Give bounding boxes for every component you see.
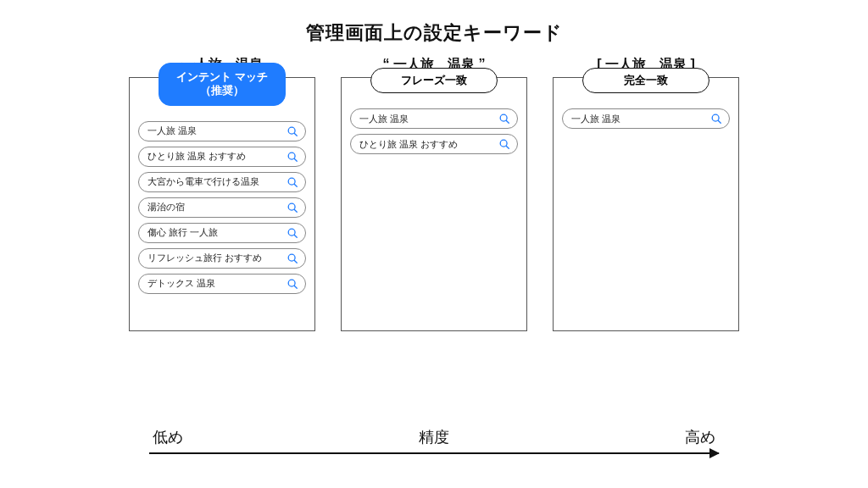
- search-item: ひとり旅 温泉 おすすめ: [350, 134, 518, 154]
- search-icon: [287, 227, 298, 239]
- search-text: 傷心 旅行 一人旅: [147, 226, 218, 239]
- search-icon: [287, 202, 298, 214]
- search-item: ひとり旅 温泉 おすすめ: [138, 147, 306, 167]
- precision-axis: 低め 高め 精度: [149, 427, 719, 454]
- search-item: 湯治の宿: [138, 197, 306, 218]
- search-item: 一人旅 温泉: [138, 121, 306, 141]
- svg-line-11: [294, 260, 297, 263]
- search-icon: [498, 113, 510, 125]
- search-icon: [498, 138, 510, 150]
- match-type-label: 完全一致: [582, 68, 709, 93]
- search-icon: [710, 113, 722, 125]
- search-text: 一人旅 温泉: [571, 113, 620, 125]
- search-text: 一人旅 温泉: [359, 113, 409, 125]
- svg-line-9: [294, 235, 297, 237]
- search-list: 一人旅 温泉: [562, 108, 730, 129]
- match-type-label: インテント マッチ（推奨）: [159, 63, 286, 106]
- search-item: デトックス 温泉: [138, 274, 306, 294]
- search-list: 一人旅 温泉 ひとり旅 温泉 おすすめ: [350, 108, 518, 154]
- search-icon: [287, 176, 298, 188]
- search-item: 大宮から電車で行ける温泉: [138, 172, 306, 192]
- search-icon: [287, 151, 298, 163]
- search-item: 傷心 旅行 一人旅: [138, 223, 306, 243]
- search-text: ひとり旅 温泉 おすすめ: [359, 138, 458, 151]
- search-item: リフレッシュ旅行 おすすめ: [138, 248, 306, 269]
- column-panel: インテント マッチ（推奨） 一人旅 温泉 ひとり旅 温泉 おすすめ 大宮から電車…: [129, 77, 315, 331]
- search-text: デトックス 温泉: [147, 277, 215, 290]
- svg-line-7: [294, 209, 297, 212]
- search-item: 一人旅 温泉: [562, 108, 730, 129]
- svg-line-3: [294, 158, 297, 161]
- svg-line-13: [294, 286, 297, 288]
- search-item: 一人旅 温泉: [350, 108, 518, 129]
- search-icon: [287, 252, 298, 264]
- search-text: 大宮から電車で行ける温泉: [147, 175, 259, 188]
- search-text: リフレッシュ旅行 おすすめ: [147, 252, 262, 264]
- svg-line-17: [506, 146, 509, 148]
- column-panel: 完全一致 一人旅 温泉: [553, 77, 739, 331]
- column-phrase-match: “ 一人旅 温泉 ” フレーズ一致 一人旅 温泉 ひとり旅 温泉 おすすめ: [341, 56, 527, 331]
- search-text: ひとり旅 温泉 おすすめ: [147, 150, 246, 163]
- columns-container: 一人旅 温泉 インテント マッチ（推奨） 一人旅 温泉 ひとり旅 温泉 おすすめ…: [34, 56, 834, 331]
- column-panel: フレーズ一致 一人旅 温泉 ひとり旅 温泉 おすすめ: [341, 77, 527, 331]
- column-exact-match: [ 一人旅 温泉 ] 完全一致 一人旅 温泉: [553, 56, 739, 331]
- svg-line-5: [294, 184, 297, 186]
- svg-line-1: [294, 133, 297, 136]
- axis-label-center: 精度: [149, 427, 719, 447]
- page-title: 管理画面上の設定キーワード: [34, 20, 834, 46]
- axis-arrow: [149, 452, 719, 454]
- column-intent-match: 一人旅 温泉 インテント マッチ（推奨） 一人旅 温泉 ひとり旅 温泉 おすすめ…: [129, 56, 315, 331]
- svg-line-15: [506, 120, 509, 123]
- match-type-label: フレーズ一致: [370, 68, 498, 93]
- search-text: 一人旅 温泉: [147, 125, 197, 137]
- search-list: 一人旅 温泉 ひとり旅 温泉 おすすめ 大宮から電車で行ける温泉 湯治の宿 傷心…: [138, 121, 306, 294]
- search-text: 湯治の宿: [147, 201, 185, 214]
- search-icon: [287, 125, 298, 137]
- search-icon: [287, 278, 298, 290]
- svg-line-19: [718, 120, 721, 123]
